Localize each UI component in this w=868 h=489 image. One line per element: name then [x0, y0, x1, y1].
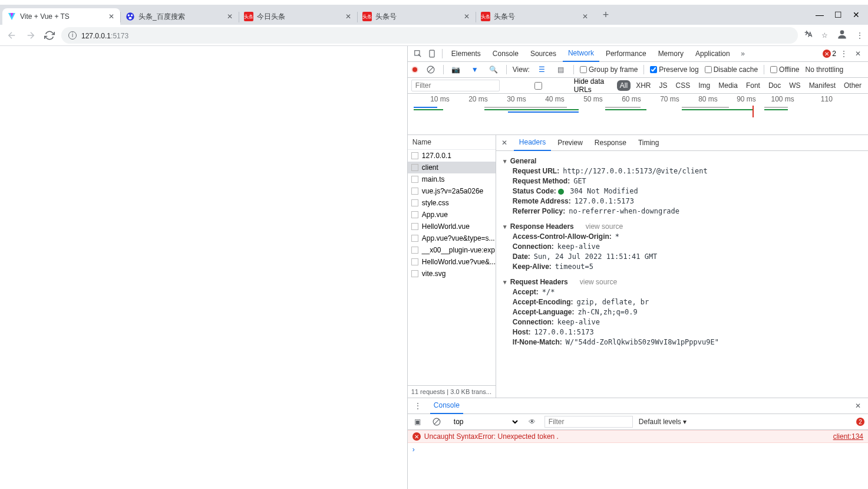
- preview-tab[interactable]: Preview: [552, 135, 588, 151]
- filter-icon[interactable]: ▼: [468, 63, 481, 76]
- disable-cache-checkbox[interactable]: Disable cache: [705, 65, 758, 74]
- offline-checkbox[interactable]: Offline: [770, 65, 799, 74]
- response-headers-section[interactable]: ▼Response Headersview source: [502, 222, 862, 231]
- filter-type-media[interactable]: Media: [715, 80, 741, 91]
- close-detail-icon[interactable]: ✕: [499, 137, 510, 149]
- close-tab-icon[interactable]: ✕: [226, 12, 234, 21]
- maximize-icon[interactable]: ☐: [834, 10, 842, 19]
- clear-console-icon[interactable]: [430, 415, 443, 428]
- hide-data-urls-checkbox[interactable]: Hide data URLs: [504, 77, 612, 94]
- headers-tab[interactable]: Headers: [514, 135, 551, 151]
- request-item[interactable]: __x00__plugin-vue:exp...: [408, 244, 496, 256]
- filter-type-img[interactable]: Img: [695, 80, 713, 91]
- filter-type-font[interactable]: Font: [743, 80, 763, 91]
- console-tab[interactable]: Console: [430, 398, 463, 414]
- filter-type-css[interactable]: CSS: [673, 80, 694, 91]
- new-tab-button[interactable]: +: [598, 6, 614, 23]
- console-filter-input[interactable]: [544, 416, 633, 428]
- close-tab-icon[interactable]: ✕: [344, 12, 352, 21]
- request-item[interactable]: App.vue?vue&type=s...: [408, 232, 496, 244]
- forward-button[interactable]: [24, 28, 38, 42]
- large-rows-icon[interactable]: ☰: [536, 63, 549, 76]
- more-tabs-icon[interactable]: »: [737, 47, 750, 60]
- console-menu-icon[interactable]: ⋮: [411, 399, 424, 412]
- device-toggle-icon[interactable]: [425, 47, 438, 60]
- close-tab-icon[interactable]: ✕: [107, 12, 115, 21]
- devtools-tab-console[interactable]: Console: [487, 46, 524, 62]
- close-window-icon[interactable]: ✕: [853, 10, 860, 19]
- omnibox[interactable]: i 127.0.0.1:5173: [61, 27, 798, 44]
- filter-type-xhr[interactable]: XHR: [633, 80, 654, 91]
- timing-tab[interactable]: Timing: [633, 135, 665, 151]
- devtools-error-indicator[interactable]: ✕ 2: [823, 50, 836, 58]
- browser-tab[interactable]: 头条 今日头条 ✕: [239, 8, 357, 25]
- request-headers-section[interactable]: ▼Request Headersview source: [502, 278, 862, 286]
- close-drawer-icon[interactable]: ✕: [852, 399, 864, 412]
- request-item[interactable]: vue.js?v=2a5a026e: [408, 185, 496, 197]
- request-item[interactable]: 127.0.0.1: [408, 150, 496, 162]
- request-list-header[interactable]: Name: [408, 135, 496, 150]
- camera-icon[interactable]: 📷: [450, 63, 463, 76]
- console-prompt[interactable]: ›: [408, 443, 868, 456]
- overview-icon[interactable]: ▤: [555, 63, 567, 76]
- sidebar-toggle-icon[interactable]: ▣: [411, 415, 424, 428]
- translate-icon[interactable]: [803, 29, 813, 41]
- request-item[interactable]: App.vue: [408, 209, 496, 221]
- devtools-tab-application[interactable]: Application: [690, 46, 735, 62]
- tick: 90 ms: [720, 95, 758, 103]
- search-icon[interactable]: 🔍: [487, 63, 500, 76]
- profile-icon[interactable]: [836, 28, 848, 42]
- browser-tab[interactable]: 头条_百度搜索 ✕: [121, 8, 239, 25]
- devtools-close-icon[interactable]: ✕: [852, 47, 864, 60]
- inspect-element-icon[interactable]: [411, 47, 424, 60]
- preserve-log-checkbox[interactable]: Preserve log: [650, 65, 698, 74]
- browser-tab[interactable]: 头条 头条号 ✕: [476, 8, 594, 25]
- request-item[interactable]: HelloWorld.vue: [408, 221, 496, 232]
- console-error-count[interactable]: 2: [856, 418, 864, 426]
- filter-type-js[interactable]: JS: [656, 80, 671, 91]
- filter-type-manifest[interactable]: Manifest: [806, 80, 839, 91]
- back-button[interactable]: [5, 28, 19, 42]
- filter-type-other[interactable]: Other: [841, 80, 864, 91]
- browser-tab[interactable]: Vite + Vue + TS ✕: [2, 8, 120, 25]
- close-tab-icon[interactable]: ✕: [581, 12, 589, 21]
- browser-tab[interactable]: 头条 头条号 ✕: [358, 8, 476, 25]
- close-tab-icon[interactable]: ✕: [463, 12, 471, 21]
- filter-input[interactable]: [411, 80, 500, 91]
- filter-type-doc[interactable]: Doc: [765, 80, 784, 91]
- error-source-link[interactable]: client:134: [833, 432, 863, 441]
- log-levels-select[interactable]: Default levels ▾: [639, 418, 687, 426]
- devtools-tab-sources[interactable]: Sources: [525, 46, 562, 62]
- request-item[interactable]: style.css: [408, 197, 496, 209]
- request-item[interactable]: vite.svg: [408, 268, 496, 280]
- devtools-tab-memory[interactable]: Memory: [653, 46, 689, 62]
- minimize-icon[interactable]: —: [816, 10, 824, 19]
- devtools-tab-network[interactable]: Network: [563, 46, 599, 62]
- live-expression-icon[interactable]: 👁: [526, 415, 539, 428]
- network-waterfall[interactable]: 10 ms 20 ms 30 ms 40 ms 50 ms 60 ms 70 m…: [408, 94, 868, 135]
- filter-type-ws[interactable]: WS: [786, 80, 803, 91]
- reload-button[interactable]: [42, 28, 57, 42]
- response-tab[interactable]: Response: [589, 135, 632, 151]
- star-icon[interactable]: ☆: [821, 31, 828, 40]
- context-select[interactable]: top: [449, 416, 520, 428]
- console-error-line[interactable]: ✕ Uncaught SyntaxError: Unexpected token…: [408, 430, 868, 443]
- vite-icon: [7, 12, 16, 21]
- devtools-tab-performance[interactable]: Performance: [600, 46, 652, 62]
- filter-type-list: All XHR JS CSS Img Media Font Doc WS Man…: [617, 80, 864, 91]
- request-item[interactable]: client: [408, 162, 496, 173]
- devtools-tab-elements[interactable]: Elements: [446, 46, 486, 62]
- filter-type-all[interactable]: All: [617, 80, 631, 91]
- view-source-link[interactable]: view source: [580, 278, 617, 286]
- menu-icon[interactable]: ⋮: [856, 31, 863, 40]
- record-button[interactable]: [411, 66, 418, 73]
- request-item[interactable]: HelloWorld.vue?vue&...: [408, 256, 496, 268]
- view-source-link[interactable]: view source: [586, 222, 623, 231]
- general-section[interactable]: ▼General: [502, 157, 862, 165]
- group-by-frame-checkbox[interactable]: Group by frame: [580, 65, 638, 74]
- clear-icon[interactable]: [424, 63, 437, 76]
- throttling-select[interactable]: No throttling: [806, 65, 844, 74]
- devtools-menu-icon[interactable]: ⋮: [837, 47, 850, 60]
- site-info-icon[interactable]: i: [68, 31, 77, 40]
- request-item[interactable]: main.ts: [408, 173, 496, 185]
